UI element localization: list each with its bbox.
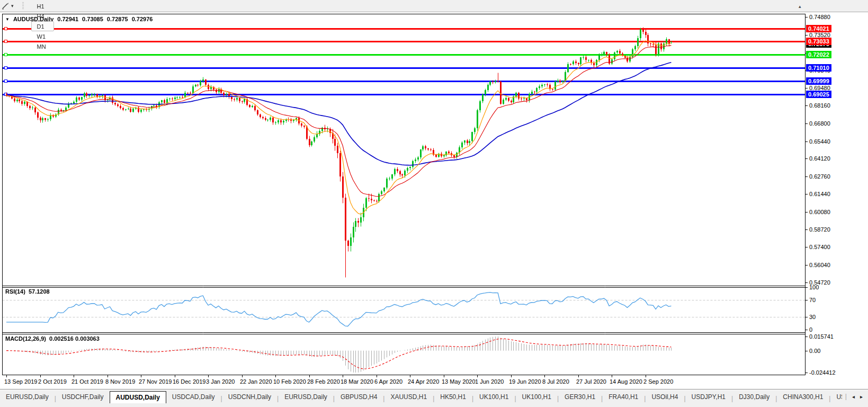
- tab-separator: |: [845, 393, 847, 400]
- chart-tab-usdchf-daily[interactable]: USDCHF,Daily: [56, 391, 110, 403]
- rsi-indicator-label: RSI(14) 57.1208: [5, 288, 50, 295]
- date-label: 28 Feb 2020: [307, 378, 340, 385]
- price-tick-label: 0.60080: [809, 209, 830, 216]
- ohlc-low: 0.72875: [107, 16, 128, 22]
- timeframe-button-h4[interactable]: H4: [31, 11, 54, 21]
- price-axis-tick: [806, 141, 808, 142]
- date-label: 3 Jan 2020: [206, 378, 235, 385]
- ohlc-open: 0.72941: [57, 16, 78, 22]
- mt4-window: ▾ M1M5M15M30H1H4D1W1MN ▴ ▼ AUDUSD,Daily …: [0, 0, 868, 407]
- price-axis[interactable]: 0.748800.735200.721600.708400.694800.681…: [806, 14, 868, 375]
- rsi-value: 57.1208: [29, 288, 50, 295]
- price-axis-tick: [806, 105, 808, 106]
- date-axis-tick: [544, 375, 545, 377]
- price-axis-tick: [806, 158, 808, 159]
- hline-price-label: 0.71010: [806, 64, 831, 72]
- macd-tick-label: 0.00: [809, 348, 820, 355]
- timeframe-button-w1[interactable]: W1: [31, 31, 54, 41]
- chart-tab-usdcnh-daily[interactable]: USDCNH,Daily: [222, 391, 277, 403]
- macd-axis-tick: [806, 351, 808, 351]
- chart-tab-uk100-h1[interactable]: UK100,H1: [516, 391, 557, 403]
- chart-shift-marker-icon: ▴: [799, 4, 801, 9]
- line-draw-tool-icon[interactable]: [1, 2, 10, 10]
- chart-tab-usdcad-daily[interactable]: USDCAD,Daily: [166, 391, 221, 403]
- chevron-down-icon[interactable]: ▾: [10, 3, 17, 8]
- chart-tab-uk100-h1[interactable]: UK100,H1: [473, 391, 514, 403]
- date-label: 24 Apr 2020: [408, 378, 439, 385]
- date-label: 27 Jul 2020: [576, 378, 606, 385]
- date-label: 21 Oct 2019: [71, 378, 103, 385]
- chart-tab-dj30-daily[interactable]: DJ30,Daily: [733, 391, 775, 403]
- macd-name: MACD(12,26,9): [5, 335, 46, 342]
- toolbar-drag-handle[interactable]: [22, 2, 24, 10]
- price-tick-label: 0.68160: [809, 102, 830, 109]
- date-axis-tick: [377, 375, 377, 377]
- price-tick-label: 0.64120: [809, 155, 830, 162]
- ohlc-high: 0.73085: [82, 16, 103, 22]
- macd-axis-tick: [806, 337, 808, 337]
- price-tick-label: 0.62760: [809, 173, 830, 180]
- symbol-dropdown-icon[interactable]: ▼: [5, 17, 10, 22]
- price-tick-label: 0.66800: [809, 120, 830, 127]
- date-label: 16 Dec 2019: [173, 378, 205, 385]
- price-chart-canvas[interactable]: [2, 14, 806, 375]
- chart-tab-usoil-h4[interactable]: USOil,H4: [646, 391, 684, 403]
- price-axis-tick: [806, 35, 808, 36]
- chart-tab-eurusd-daily[interactable]: EURUSD,Daily: [279, 391, 333, 403]
- date-axis-tick: [175, 375, 175, 377]
- price-tick-label: 0.56040: [809, 262, 830, 269]
- tab-scroll-left-icon[interactable]: ◂: [852, 394, 855, 400]
- rsi-tick-label: 70: [809, 297, 816, 304]
- chart-tab-china300-h1[interactable]: CHINA300,H1: [777, 391, 829, 403]
- chart-tab-hk50-h1[interactable]: HK50,H1: [434, 391, 472, 403]
- price-axis-tick: [806, 123, 808, 124]
- date-axis-tick: [410, 375, 410, 377]
- price-axis-tick: [806, 176, 808, 177]
- date-label: 13 May 2020: [442, 378, 476, 385]
- toolbar: ▾ M1M5M15M30H1H4D1W1MN ▴: [0, 0, 868, 12]
- date-label: 2 Oct 2019: [38, 378, 67, 385]
- timeframe-button-d1[interactable]: D1: [31, 21, 54, 31]
- tab-scroll-right-icon[interactable]: ▸: [860, 394, 863, 400]
- date-label: 19 Jun 2020: [509, 378, 541, 385]
- chart-tab-audusd-daily[interactable]: AUDUSD,Daily: [110, 391, 166, 403]
- chart-window: ▼ AUDUSD,Daily 0.72941 0.73085 0.72875 0…: [0, 12, 868, 389]
- date-label: 18 Mar 2020: [341, 378, 373, 385]
- chart-tab-eurusd-daily[interactable]: EURUSD,Daily: [0, 391, 55, 403]
- chart-tab-fra40-h1[interactable]: FRA40,H1: [603, 391, 644, 403]
- price-axis-tick: [806, 17, 808, 17]
- chart-tab-usdjpy-h1[interactable]: USDJPY,H1: [686, 391, 731, 403]
- chart-title: ▼ AUDUSD,Daily 0.72941 0.73085 0.72875 0…: [5, 16, 153, 22]
- date-label: 8 Nov 2019: [105, 378, 135, 385]
- rsi-axis-tick: [806, 330, 808, 330]
- hline-price-label: 0.73033: [806, 38, 831, 45]
- date-label: 8 Jul 2020: [542, 378, 569, 385]
- price-axis-tick: [806, 229, 808, 230]
- rsi-tick-label: 30: [809, 314, 816, 321]
- date-axis-tick: [275, 375, 276, 377]
- chart-tab-xauusd-h1[interactable]: XAUUSD,H1: [384, 391, 433, 403]
- rsi-name: RSI(14): [5, 288, 25, 295]
- chart-tab-ger30-h1[interactable]: GER30,H1: [559, 391, 601, 403]
- date-axis-tick: [141, 375, 141, 377]
- chart-tab-gbpusd-h4[interactable]: GBPUSD,H4: [335, 391, 383, 403]
- price-tick-label: 0.65440: [809, 138, 830, 145]
- macd-axis-tick: [806, 373, 808, 373]
- price-axis-tick: [806, 194, 808, 194]
- date-axis[interactable]: 13 Sep 20192 Oct 201921 Oct 20198 Nov 20…: [2, 375, 806, 389]
- macd-tick-label: 0.015741: [809, 333, 834, 340]
- hline-price-label: 0.74021: [806, 25, 831, 32]
- date-axis-tick: [208, 375, 209, 377]
- date-axis-tick: [477, 375, 478, 377]
- date-axis-tick: [578, 375, 579, 377]
- timeframe-button-mn[interactable]: MN: [31, 41, 54, 51]
- timeframe-toolbar: M1M5M15M30H1H4D1W1MN: [30, 0, 55, 51]
- timeframe-button-h1[interactable]: H1: [31, 1, 54, 11]
- date-axis-tick: [511, 375, 512, 377]
- chart-tab-usoil-h1[interactable]: USOil,H1: [830, 391, 842, 403]
- chart-tabs: EURUSD,Daily|USDCHF,DailyAUDUSD,DailyUSD…: [0, 390, 842, 403]
- date-axis-tick: [74, 375, 74, 377]
- date-label: 6 Apr 2020: [374, 378, 402, 385]
- rsi-axis-tick: [806, 317, 808, 317]
- price-axis-tick: [806, 212, 808, 213]
